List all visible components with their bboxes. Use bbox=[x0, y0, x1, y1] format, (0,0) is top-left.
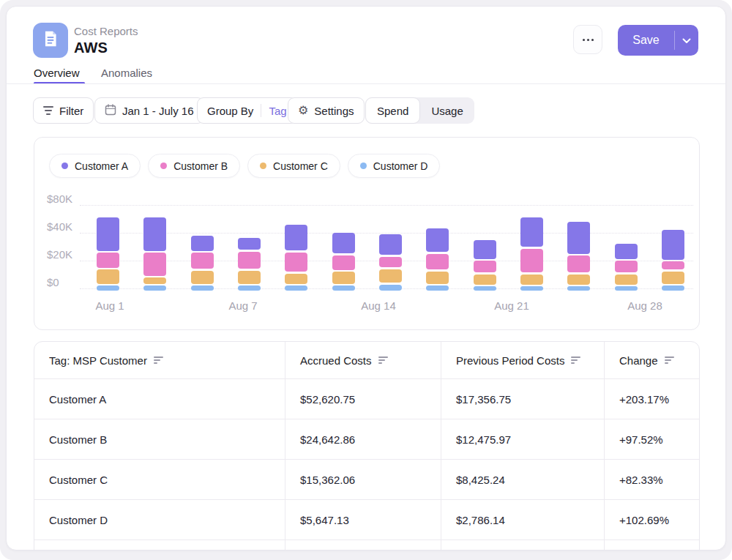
bar-segment bbox=[567, 275, 590, 285]
bar-segment bbox=[662, 285, 684, 291]
bar-segment bbox=[520, 275, 543, 285]
bar-segment bbox=[567, 255, 590, 272]
bar-segment bbox=[143, 217, 166, 251]
table-cell: +82.33% bbox=[604, 460, 700, 499]
report-icon-badge bbox=[33, 23, 68, 58]
settings-button[interactable]: ⚙ Settings bbox=[288, 97, 365, 124]
x-axis-tick: Aug 28 bbox=[627, 299, 662, 312]
cost-chart-panel: Customer A Customer B Customer C Custome… bbox=[34, 137, 700, 330]
column-header-tag: Tag: MSP Customer bbox=[34, 342, 285, 378]
bar-segment bbox=[567, 222, 590, 254]
column-header-previous-period-costs: Previous Period Costs bbox=[441, 342, 604, 378]
bar-segment bbox=[474, 240, 496, 259]
group-by-button[interactable]: Group By Tag bbox=[197, 97, 297, 124]
table-cell bbox=[604, 540, 700, 550]
legend-item-customer-c[interactable]: Customer C bbox=[247, 154, 340, 178]
sort-icon[interactable] bbox=[378, 356, 388, 364]
bar-segment bbox=[426, 272, 449, 284]
bar-segment bbox=[285, 253, 307, 272]
gridline-40k bbox=[80, 233, 693, 234]
bar-segment bbox=[520, 249, 543, 272]
bar-segment bbox=[143, 253, 166, 276]
x-axis-tick: Aug 7 bbox=[228, 299, 257, 312]
group-by-value: Tag bbox=[269, 105, 286, 117]
table-cell: $5,647.13 bbox=[285, 500, 441, 540]
color-dot-icon bbox=[360, 163, 367, 169]
table-cell: Customer A bbox=[34, 379, 285, 419]
bar-segment bbox=[615, 286, 638, 291]
table-cell: Customer D bbox=[34, 500, 285, 540]
color-dot-icon bbox=[260, 163, 266, 169]
filter-button[interactable]: Filter bbox=[33, 97, 94, 124]
column-header-change: Change bbox=[604, 342, 700, 378]
legend-item-customer-d[interactable]: Customer D bbox=[348, 154, 441, 178]
table-cell bbox=[441, 540, 604, 550]
bar-segment bbox=[332, 285, 355, 291]
bar-segment bbox=[662, 261, 684, 269]
bar-segment bbox=[285, 225, 307, 251]
table-header-row: Tag: MSP Customer Accrued Costs Previous… bbox=[34, 342, 699, 379]
bar-segment bbox=[191, 236, 214, 251]
legend-item-customer-a[interactable]: Customer A bbox=[49, 154, 141, 178]
save-label: Save bbox=[618, 34, 674, 47]
spend-usage-toggle: Spend Usage bbox=[365, 97, 474, 124]
bar-segment bbox=[97, 285, 119, 291]
save-button[interactable]: Save bbox=[618, 25, 698, 56]
toggle-usage[interactable]: Usage bbox=[420, 97, 474, 124]
sort-icon[interactable] bbox=[571, 356, 580, 364]
color-dot-icon bbox=[160, 163, 167, 169]
page-title: AWS bbox=[74, 40, 108, 56]
bar-segment bbox=[238, 238, 261, 250]
table-cell: $17,356.75 bbox=[441, 379, 604, 419]
y-axis-tick: $0 bbox=[47, 277, 82, 288]
table-cell bbox=[34, 540, 285, 550]
toggle-spend[interactable]: Spend bbox=[365, 97, 420, 124]
y-axis-tick: $80K bbox=[47, 193, 82, 204]
table-row bbox=[34, 540, 699, 550]
x-axis-tick: Aug 21 bbox=[494, 299, 529, 312]
bar-segment bbox=[143, 277, 166, 284]
bar-segment bbox=[97, 269, 119, 284]
bar-segment bbox=[238, 271, 261, 284]
bar-segment bbox=[332, 233, 355, 253]
bar-segment bbox=[615, 275, 638, 285]
bar-segment bbox=[332, 255, 355, 270]
table-row: Customer B$24,642.86$12,475.97+97.52% bbox=[34, 419, 699, 460]
table-cell: +102.69% bbox=[604, 500, 700, 540]
table-body: Customer A$52,620.75$17,356.75+203.17%Cu… bbox=[34, 379, 699, 550]
bar-segment bbox=[379, 234, 402, 255]
bar-segment bbox=[238, 285, 261, 291]
bar-segment bbox=[567, 286, 590, 291]
tab-overview[interactable]: Overview bbox=[34, 67, 80, 79]
app-window: Cost Reports AWS Save Overview Anomalies… bbox=[0, 0, 732, 560]
bar-segment bbox=[426, 285, 449, 291]
filter-icon bbox=[43, 106, 53, 115]
ellipsis-icon bbox=[583, 39, 585, 41]
gridline-80k bbox=[80, 205, 693, 206]
bar-segment bbox=[379, 269, 402, 283]
tab-anomalies[interactable]: Anomalies bbox=[101, 67, 152, 79]
save-dropdown-button[interactable] bbox=[675, 34, 698, 47]
date-range-value: Jan 1 - July 16 bbox=[122, 105, 194, 117]
y-axis-tick: $20K bbox=[47, 249, 82, 260]
bar-segment bbox=[426, 228, 449, 253]
calendar-icon bbox=[105, 104, 116, 118]
bar-segment bbox=[97, 253, 119, 267]
bar-segment bbox=[379, 257, 402, 267]
table-cell: $52,620.75 bbox=[285, 379, 441, 419]
bar-segment bbox=[143, 285, 166, 291]
tabs-divider bbox=[7, 83, 725, 84]
sort-icon[interactable] bbox=[154, 356, 163, 364]
cost-table: Tag: MSP Customer Accrued Costs Previous… bbox=[34, 341, 700, 550]
legend-item-customer-b[interactable]: Customer B bbox=[148, 154, 240, 178]
more-options-button[interactable] bbox=[573, 25, 602, 54]
x-axis-tick: Aug 14 bbox=[361, 299, 396, 312]
sort-icon[interactable] bbox=[665, 356, 674, 364]
bar-segment bbox=[97, 217, 119, 251]
breadcrumb: Cost Reports bbox=[74, 25, 138, 37]
bar-segment bbox=[662, 230, 684, 259]
bar-segment bbox=[474, 261, 496, 272]
document-icon bbox=[41, 29, 60, 51]
color-dot-icon bbox=[61, 163, 68, 169]
date-range-button[interactable]: Jan 1 - July 16 bbox=[94, 97, 204, 124]
